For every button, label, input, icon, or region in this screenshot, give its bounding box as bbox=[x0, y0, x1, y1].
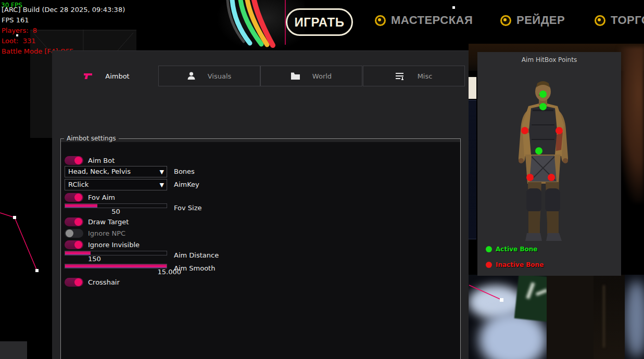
hitbox-panel: Aim HitBox Points bbox=[477, 52, 621, 276]
tab-label: Visuals bbox=[208, 72, 232, 80]
bones-dropdown-value: Head, Neck, Pelvis bbox=[68, 168, 131, 175]
game-screen: { "hud": { "fps_counter": "30 FPS", "bui… bbox=[0, 0, 644, 359]
tab-label: World bbox=[312, 72, 332, 80]
toggle-label: Ignore Invisible bbox=[88, 241, 140, 249]
bones-label: Bones bbox=[174, 168, 195, 175]
fov-size-value: 50 bbox=[65, 208, 167, 215]
hitbox-point-neck[interactable] bbox=[539, 103, 547, 110]
tab-label: Aimbot bbox=[105, 72, 129, 80]
toggle-switch[interactable] bbox=[65, 217, 83, 226]
draw-target-toggle[interactable]: Draw Target bbox=[65, 216, 129, 226]
hitbox-point-head[interactable] bbox=[539, 91, 547, 98]
toggle-switch[interactable] bbox=[65, 278, 83, 287]
person-icon bbox=[187, 72, 195, 80]
fov-size-label: Fov Size bbox=[174, 204, 201, 212]
aimkey-dropdown[interactable]: RClick ▼ bbox=[65, 179, 167, 190]
crosshair-toggle[interactable]: Crosshair bbox=[65, 277, 120, 286]
toggle-label: Crosshair bbox=[88, 278, 120, 286]
toggle-label: Ignore NPC bbox=[88, 229, 125, 237]
active-bone-dot-icon bbox=[486, 246, 492, 252]
tab-world[interactable]: World bbox=[260, 66, 362, 86]
tab-misc[interactable]: Misc bbox=[363, 66, 465, 86]
toggle-switch[interactable] bbox=[65, 229, 83, 238]
slider-fill bbox=[65, 264, 167, 268]
aim-smooth-label: Aim Smooth bbox=[174, 264, 215, 272]
bones-dropdown[interactable]: Head, Neck, Pelvis ▼ bbox=[65, 166, 167, 177]
player-model-preview bbox=[477, 52, 621, 276]
cheat-menu-window: Aimbot Visuals World Misc Aimbot setting… bbox=[52, 50, 469, 359]
folder-icon bbox=[291, 72, 300, 80]
inactive-bone-dot-icon bbox=[486, 262, 492, 268]
pistol-icon bbox=[84, 73, 93, 80]
aimkey-row: RClick ▼ AimKey bbox=[65, 179, 167, 190]
toggle-label: Aim Bot bbox=[88, 157, 115, 164]
hitbox-point-right-shoulder[interactable] bbox=[555, 127, 563, 134]
hitbox-point-pelvis[interactable] bbox=[535, 147, 542, 155]
legend-inactive-bone: Inactive Bone bbox=[486, 261, 544, 268]
playlist-add-icon bbox=[396, 72, 405, 80]
legend-label: Inactive Bone bbox=[496, 261, 544, 268]
aim-smooth-slider[interactable] bbox=[65, 264, 167, 268]
aim-smooth-value: 15.000 bbox=[65, 268, 181, 276]
aimkey-dropdown-value: RClick bbox=[68, 181, 89, 188]
hitbox-point-left-shoulder[interactable] bbox=[521, 127, 528, 134]
slider-fill bbox=[65, 251, 91, 255]
fov-aim-toggle[interactable]: Fov Aim bbox=[65, 192, 115, 201]
aim-smooth-row: 15.000 Aim Smooth bbox=[65, 264, 283, 276]
toggle-label: Draw Target bbox=[88, 218, 129, 226]
aim-distance-label: Aim Distance bbox=[174, 251, 219, 259]
toggle-switch[interactable] bbox=[65, 193, 83, 202]
aimkey-label: AimKey bbox=[174, 181, 199, 188]
aim-distance-row: 150 Aim Distance bbox=[65, 251, 283, 263]
fov-size-row: 50 Fov Size bbox=[65, 203, 283, 215]
legend-active-bone: Active Bone bbox=[486, 246, 537, 253]
hitbox-point-right-knee[interactable] bbox=[548, 174, 555, 181]
chevron-down-icon: ▼ bbox=[160, 182, 164, 188]
aim-bot-toggle[interactable]: Aim Bot bbox=[65, 155, 115, 164]
tab-aimbot[interactable]: Aimbot bbox=[56, 66, 158, 86]
ignore-npc-toggle[interactable]: Ignore NPC bbox=[65, 228, 125, 237]
toggle-switch[interactable] bbox=[65, 156, 83, 165]
tab-label: Misc bbox=[418, 72, 433, 80]
aimbot-settings-group: Aimbot settings Aim Bot Head, Neck, Pelv… bbox=[60, 135, 461, 359]
toggle-label: Fov Aim bbox=[88, 194, 115, 201]
hitbox-point-left-knee[interactable] bbox=[526, 174, 534, 181]
aimbot-settings-body: Aim Bot Head, Neck, Pelvis ▼ Bones RClic… bbox=[61, 142, 460, 359]
aim-distance-slider[interactable] bbox=[65, 251, 167, 255]
slider-fill bbox=[65, 204, 97, 208]
group-title: Aimbot settings bbox=[64, 135, 119, 142]
legend-label: Active Bone bbox=[496, 246, 537, 253]
bones-row: Head, Neck, Pelvis ▼ Bones bbox=[65, 166, 167, 177]
aim-distance-value: 150 bbox=[65, 255, 167, 263]
ignore-invisible-toggle[interactable]: Ignore Invisible bbox=[65, 239, 140, 249]
chevron-down-icon: ▼ bbox=[160, 169, 164, 175]
toggle-switch[interactable] bbox=[65, 240, 83, 249]
tab-visuals[interactable]: Visuals bbox=[158, 66, 260, 86]
